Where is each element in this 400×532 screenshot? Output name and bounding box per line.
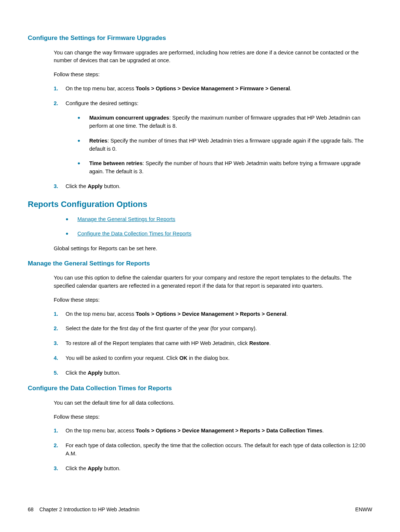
footer-right: ENWW — [355, 506, 372, 513]
step-item: 5. Click the Apply button. — [54, 369, 372, 377]
bullet-icon: ● — [77, 137, 89, 153]
footer-left: 68 Chapter 2 Introduction to HP Web Jeta… — [28, 506, 139, 513]
step-content: For each type of data collection, specif… — [66, 442, 372, 458]
step-number: 3. — [54, 183, 66, 191]
step-item: 2. Select the date for the first day of … — [54, 325, 372, 333]
global-settings-text: Global settings for Reports can be set h… — [54, 245, 372, 253]
step-item: 1. On the top menu bar, access Tools > O… — [54, 310, 372, 318]
bullet-content: Time between retries: Specify the number… — [89, 160, 372, 176]
link-configure-data-collection[interactable]: Configure the Data Collection Times for … — [77, 231, 191, 237]
step-number: 2. — [54, 325, 66, 333]
heading-data-collection: Configure the Data Collection Times for … — [28, 384, 372, 393]
page-footer: 68 Chapter 2 Introduction to HP Web Jeta… — [28, 506, 372, 513]
step-content: To restore all of the Report templates t… — [66, 339, 372, 348]
heading-manage-general: Manage the General Settings for Reports — [28, 259, 372, 268]
follow-steps-text: Follow these steps: — [54, 71, 372, 79]
intro-text: You can set the default time for all dat… — [54, 399, 372, 407]
link-item: ● Configure the Data Collection Times fo… — [66, 230, 372, 238]
step-number: 3. — [54, 339, 66, 348]
bullet-icon: ● — [77, 160, 89, 176]
step-item: 4. You will be asked to confirm your req… — [54, 354, 372, 362]
link-manage-general[interactable]: Manage the General Settings for Reports — [77, 216, 175, 222]
step-item: 3. Click the Apply button. — [54, 465, 372, 473]
step-item: 3. To restore all of the Report template… — [54, 339, 372, 348]
step-content: Select the date for the first day of the… — [66, 325, 372, 333]
step-content: On the top menu bar, access Tools > Opti… — [66, 85, 372, 93]
step-content: You will be asked to confirm your reques… — [66, 354, 372, 362]
link-item: ● Manage the General Settings for Report… — [66, 215, 372, 224]
step-number: 2. — [54, 442, 66, 458]
step-content: Click the Apply button. — [66, 369, 372, 377]
step-content: On the top menu bar, access Tools > Opti… — [66, 427, 372, 435]
step-number: 2. — [54, 100, 66, 108]
step-item: 1. On the top menu bar, access Tools > O… — [54, 427, 372, 435]
step-content: Configure the desired settings: — [66, 100, 372, 108]
bullet-icon: ● — [77, 114, 89, 130]
bullet-item: ● Retries: Specify the number of times t… — [77, 137, 372, 153]
bullet-icon: ● — [66, 230, 77, 238]
bullet-content: Retries: Specify the number of times tha… — [89, 137, 372, 153]
bullet-content: Maximum concurrent upgrades: Specify the… — [89, 114, 372, 130]
heading-firmware-upgrades: Configure the Settings for Firmware Upgr… — [28, 33, 372, 43]
step-number: 4. — [54, 354, 66, 362]
step-number: 3. — [54, 465, 66, 473]
bullet-icon: ● — [66, 215, 77, 224]
intro-text: You can change the way firmware upgrades… — [54, 49, 372, 65]
heading-reports-config: Reports Configuration Options — [28, 198, 372, 210]
intro-text: You can use this option to define the ca… — [54, 274, 372, 290]
follow-steps-text: Follow these steps: — [54, 413, 372, 421]
follow-steps-text: Follow these steps: — [54, 296, 372, 304]
step-number: 1. — [54, 427, 66, 435]
bullet-item: ● Maximum concurrent upgrades: Specify t… — [77, 114, 372, 130]
step-item: 3. Click the Apply button. — [54, 183, 372, 191]
step-item: 1. On the top menu bar, access Tools > O… — [54, 85, 372, 93]
step-content: Click the Apply button. — [66, 183, 372, 191]
step-number: 1. — [54, 85, 66, 93]
step-number: 1. — [54, 310, 66, 318]
step-item: 2. Configure the desired settings: — [54, 100, 372, 108]
bullet-item: ● Time between retries: Specify the numb… — [77, 160, 372, 176]
step-content: Click the Apply button. — [66, 465, 372, 473]
step-number: 5. — [54, 369, 66, 377]
step-content: On the top menu bar, access Tools > Opti… — [66, 310, 372, 318]
step-item: 2. For each type of data collection, spe… — [54, 442, 372, 458]
